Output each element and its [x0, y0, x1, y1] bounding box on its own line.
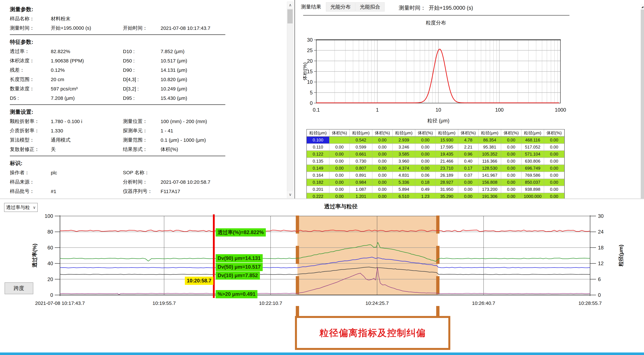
table-cell[interactable]: 0.00 [372, 179, 393, 186]
table-cell[interactable]: 0.00 [329, 151, 350, 158]
scroll-up-icon[interactable]: ∧ [287, 2, 293, 8]
table-cell[interactable]: 95.381 [478, 144, 501, 151]
table-cell[interactable]: 0.07 [458, 172, 478, 179]
panel-scrollbar-left[interactable]: ∧ ∨ [287, 2, 294, 198]
table-cell[interactable]: 0.00 [372, 165, 393, 172]
table-cell[interactable]: 468.116 [522, 137, 544, 144]
table-cell[interactable]: 19.435 [436, 151, 458, 158]
table-cell[interactable]: 0.00 [501, 137, 522, 144]
table-cell[interactable]: 17.595 [436, 144, 458, 151]
table-cell[interactable]: 0.00 [329, 193, 350, 199]
table-cell[interactable]: 0.110 [307, 144, 329, 151]
table-cell[interactable]: 0.599 [350, 144, 372, 151]
table-cell[interactable]: 0.40 [458, 158, 478, 165]
table-cell[interactable]: 28.927 [436, 179, 458, 186]
scroll-down-icon[interactable]: ∨ [287, 191, 293, 198]
panel-scrollbar-right[interactable]: ◢ [641, 10, 644, 199]
table-cell[interactable]: 517.052 [522, 144, 544, 151]
table-cell[interactable]: 0.00 [544, 193, 564, 199]
table-cell[interactable]: 1.23 [415, 193, 436, 199]
table-cell[interactable]: 0.00 [329, 172, 350, 179]
table-cell[interactable]: 0.00 [458, 179, 478, 186]
table-cell[interactable]: 21.466 [436, 158, 458, 165]
table-cell[interactable]: 0.49 [415, 186, 436, 193]
table-cell[interactable]: 0.96 [458, 151, 478, 158]
table-cell[interactable]: 6.510 [393, 193, 415, 199]
table-cell[interactable]: 0.182 [307, 179, 329, 186]
table-cell[interactable]: 5.336 [393, 179, 415, 186]
table-cell[interactable]: 0.730 [350, 158, 372, 165]
table-cell[interactable]: 630.806 [522, 158, 544, 165]
table-cell[interactable]: 0.00 [415, 137, 436, 144]
table-cell[interactable]: 0.00 [415, 151, 436, 158]
table-cell[interactable]: 0.00 [372, 151, 393, 158]
table-cell[interactable]: 0.00 [544, 144, 564, 151]
table-cell[interactable]: 0.00 [329, 186, 350, 193]
table-cell[interactable]: 0.00 [458, 186, 478, 193]
table-cell[interactable]: 0.18 [415, 179, 436, 186]
table-cell[interactable]: 850.037 [522, 179, 544, 186]
table-cell[interactable] [329, 137, 350, 144]
table-cell[interactable]: 0.00 [544, 172, 564, 179]
table-cell[interactable]: 0.00 [544, 137, 564, 144]
table-cell[interactable]: 0.00 [501, 165, 522, 172]
table-cell[interactable]: 0.00 [544, 151, 564, 158]
table-cell[interactable]: 0.00 [372, 186, 393, 193]
table-cell[interactable]: 696.749 [522, 165, 544, 172]
table-cell[interactable]: 0.00 [458, 193, 478, 199]
table-cell[interactable]: 0.00 [501, 186, 522, 193]
table-cell[interactable]: 0.00 [372, 137, 393, 144]
table-cell[interactable]: 0.00 [372, 158, 393, 165]
table-cell[interactable]: 2.21 [458, 144, 478, 151]
table-cell[interactable]: 0.00 [329, 158, 350, 165]
table-cell[interactable]: 571.104 [522, 151, 544, 158]
table-cell[interactable]: 128.530 [478, 165, 501, 172]
table-cell[interactable]: 5.894 [393, 186, 415, 193]
table-cell[interactable]: 0.00 [372, 172, 393, 179]
scroll-corner-icon[interactable]: ◢ [641, 4, 644, 10]
table-cell[interactable]: 769.586 [522, 172, 544, 179]
table-cell[interactable]: 0.00 [544, 165, 564, 172]
table-cell[interactable]: 0.201 [307, 186, 329, 193]
table-cell[interactable]: 86.354 [478, 137, 501, 144]
table-cell[interactable]: 3.585 [393, 151, 415, 158]
table-cell[interactable]: 4.374 [393, 165, 415, 172]
table-cell[interactable]: 0.984 [350, 179, 372, 186]
table-cell[interactable]: 0.00 [415, 144, 436, 151]
table-cell[interactable]: 0.807 [350, 165, 372, 172]
table-cell[interactable]: 0.00 [415, 158, 436, 165]
table-cell[interactable]: 1.201 [350, 193, 372, 199]
table-cell[interactable]: 3.246 [393, 144, 415, 151]
table-cell[interactable]: 156.808 [478, 179, 501, 186]
table-cell[interactable]: 0.661 [350, 151, 372, 158]
table-cell[interactable]: 0.00 [501, 151, 522, 158]
table-cell[interactable]: 0.06 [415, 172, 436, 179]
table-cell[interactable]: 0.00 [372, 193, 393, 199]
table-cell[interactable]: 0.00 [544, 179, 564, 186]
table-cell[interactable]: 0.00 [544, 158, 564, 165]
table-cell[interactable]: 0.00 [372, 144, 393, 151]
table-cell[interactable]: 2.939 [393, 137, 415, 144]
table-cell[interactable]: 0.100 [307, 137, 329, 144]
table-cell[interactable]: 4.78 [458, 137, 478, 144]
table-cell[interactable]: 15.930 [436, 137, 458, 144]
table-cell[interactable]: 173.200 [478, 186, 501, 193]
table-cell[interactable]: 0.00 [501, 144, 522, 151]
table-cell[interactable]: 1000.000 [522, 193, 544, 199]
table-cell[interactable]: 26.189 [436, 172, 458, 179]
table-cell[interactable]: 116.366 [478, 158, 501, 165]
table-cell[interactable]: 0.135 [307, 158, 329, 165]
table-cell[interactable]: 0.00 [501, 158, 522, 165]
table-cell[interactable]: 0.122 [307, 151, 329, 158]
table-cell[interactable]: 0.00 [329, 144, 350, 151]
table-cell[interactable]: 0.00 [501, 179, 522, 186]
table-cell[interactable]: 0.164 [307, 172, 329, 179]
table-cell[interactable]: 3.960 [393, 158, 415, 165]
table-cell[interactable]: 35.290 [436, 193, 458, 199]
scrollbar-thumb[interactable] [288, 9, 293, 24]
table-cell[interactable]: 23.710 [436, 165, 458, 172]
table-cell[interactable]: 0.542 [350, 137, 372, 144]
table-cell[interactable]: 0.00 [329, 179, 350, 186]
table-cell[interactable]: 0.222 [307, 193, 329, 199]
table-cell[interactable]: 141.967 [478, 172, 501, 179]
